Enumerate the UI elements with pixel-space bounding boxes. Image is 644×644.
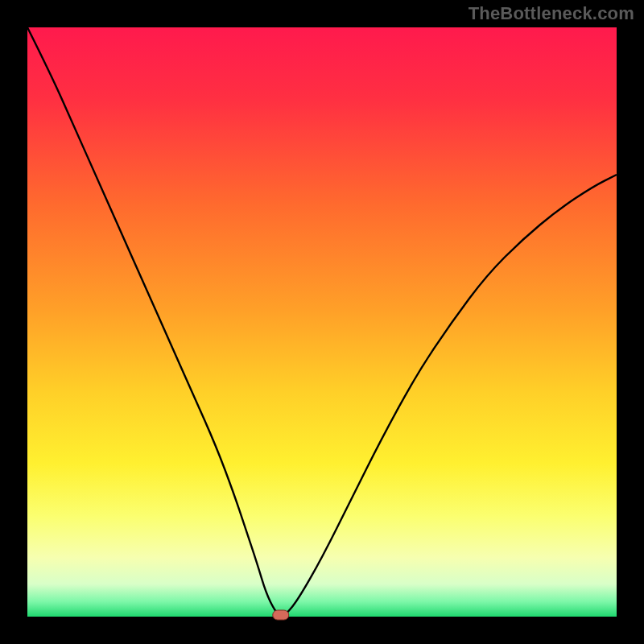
- plot-background: [27, 27, 617, 617]
- min-marker: [273, 610, 289, 620]
- bottleneck-chart: [0, 0, 644, 644]
- chart-frame: TheBottleneck.com: [0, 0, 644, 644]
